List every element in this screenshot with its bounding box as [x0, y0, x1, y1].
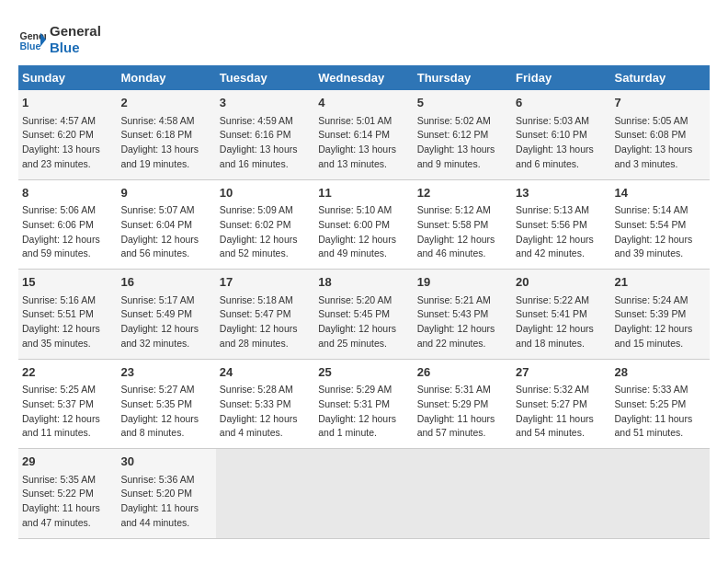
day-info-line: Daylight: 12 hours — [22, 322, 113, 337]
day-info-line: Sunset: 5:45 PM — [318, 307, 409, 322]
calendar-day-17: 17Sunrise: 5:18 AMSunset: 5:47 PMDayligh… — [216, 270, 314, 360]
calendar-day-28: 28Sunrise: 5:33 AMSunset: 5:25 PMDayligh… — [611, 359, 710, 449]
day-info-line: Sunset: 6:20 PM — [22, 128, 113, 143]
svg-text:Blue: Blue — [20, 40, 41, 52]
day-info-line: and 8 minutes. — [120, 426, 211, 441]
calendar-day-3: 3Sunrise: 4:59 AMSunset: 6:16 PMDaylight… — [216, 90, 314, 179]
day-info-line: Sunrise: 5:21 AM — [417, 293, 508, 308]
calendar-header-row: SundayMondayTuesdayWednesdayThursdayFrid… — [18, 65, 710, 90]
calendar-day-21: 21Sunrise: 5:24 AMSunset: 5:39 PMDayligh… — [611, 270, 710, 360]
day-info-line: Sunrise: 5:06 AM — [22, 203, 113, 218]
day-info-line: Daylight: 12 hours — [220, 233, 311, 247]
day-info-line: and 9 minutes. — [417, 157, 508, 172]
day-info-line: Daylight: 12 hours — [417, 233, 508, 247]
calendar-day-27: 27Sunrise: 5:32 AMSunset: 5:27 PMDayligh… — [512, 359, 610, 449]
day-number: 12 — [417, 184, 508, 202]
day-number: 7 — [615, 94, 706, 112]
calendar-week-1: 1Sunrise: 4:57 AMSunset: 6:20 PMDaylight… — [18, 90, 710, 179]
calendar-day-19: 19Sunrise: 5:21 AMSunset: 5:43 PMDayligh… — [414, 270, 512, 360]
day-info-line: Daylight: 11 hours — [615, 412, 706, 427]
day-info-line: Daylight: 13 hours — [220, 143, 311, 157]
day-info-line: Daylight: 13 hours — [318, 143, 409, 157]
day-info-line: Sunrise: 5:14 AM — [615, 203, 706, 218]
day-info-line: Sunrise: 5:35 AM — [22, 473, 113, 488]
day-info-line: Daylight: 12 hours — [318, 412, 409, 427]
day-info-line: Daylight: 13 hours — [516, 143, 607, 157]
day-number: 4 — [318, 94, 409, 112]
day-number: 26 — [417, 363, 508, 382]
day-info-line: and 13 minutes. — [318, 157, 409, 172]
day-info-line: and 44 minutes. — [120, 516, 211, 531]
day-number: 6 — [516, 94, 607, 112]
day-info-line: and 42 minutes. — [516, 247, 607, 261]
day-info-line: Sunrise: 5:22 AM — [516, 293, 607, 308]
day-info-line: Daylight: 13 hours — [120, 143, 211, 157]
day-info-line: and 3 minutes. — [615, 157, 706, 172]
day-info-line: Sunrise: 5:36 AM — [120, 473, 211, 488]
day-info-line: and 1 minute. — [318, 426, 409, 441]
calendar-day-4: 4Sunrise: 5:01 AMSunset: 6:14 PMDaylight… — [314, 90, 413, 179]
day-number: 5 — [417, 94, 508, 112]
logo-icon: General Blue — [18, 26, 46, 53]
day-info-line: Sunset: 5:49 PM — [120, 307, 211, 322]
day-info-line: Sunrise: 5:32 AM — [516, 383, 607, 397]
logo: General Blue General Blue — [18, 23, 101, 56]
day-info-line: Sunset: 5:43 PM — [417, 307, 508, 322]
day-info-line: Sunset: 6:08 PM — [615, 128, 706, 143]
day-number: 25 — [318, 363, 409, 382]
calendar-day-14: 14Sunrise: 5:14 AMSunset: 5:54 PMDayligh… — [611, 179, 710, 270]
day-number: 19 — [417, 273, 508, 292]
day-number: 28 — [615, 363, 706, 382]
day-number: 24 — [220, 363, 311, 382]
day-info-line: Sunset: 5:25 PM — [615, 397, 706, 412]
day-number: 10 — [220, 184, 311, 202]
day-info-line: Sunrise: 5:02 AM — [417, 114, 508, 129]
calendar-day-23: 23Sunrise: 5:27 AMSunset: 5:35 PMDayligh… — [117, 359, 215, 449]
day-number: 8 — [22, 184, 113, 202]
calendar-day-16: 16Sunrise: 5:17 AMSunset: 5:49 PMDayligh… — [117, 270, 215, 360]
day-info-line: Sunset: 5:51 PM — [22, 307, 113, 322]
header-tuesday: Tuesday — [216, 65, 314, 90]
day-info-line: Sunrise: 5:07 AM — [120, 203, 211, 218]
day-info-line: Sunrise: 5:29 AM — [318, 383, 409, 397]
day-number: 21 — [615, 273, 706, 292]
day-info-line: Daylight: 13 hours — [417, 143, 508, 157]
header: General Blue General Blue — [18, 18, 710, 56]
day-info-line: Sunrise: 5:25 AM — [22, 383, 113, 397]
day-info-line: Daylight: 12 hours — [120, 322, 211, 337]
day-info-line: and 56 minutes. — [120, 247, 211, 261]
day-info-line: Sunrise: 5:28 AM — [220, 383, 311, 397]
empty-cell — [414, 449, 512, 539]
header-thursday: Thursday — [414, 65, 512, 90]
day-info-line: Daylight: 11 hours — [22, 501, 113, 516]
day-info-line: Daylight: 12 hours — [220, 322, 311, 337]
day-number: 18 — [318, 273, 409, 292]
day-number: 20 — [516, 273, 607, 292]
day-info-line: Sunset: 5:20 PM — [120, 487, 211, 501]
day-info-line: Sunset: 6:04 PM — [120, 218, 211, 233]
day-info-line: Daylight: 12 hours — [220, 412, 311, 427]
calendar-day-11: 11Sunrise: 5:10 AMSunset: 6:00 PMDayligh… — [314, 179, 413, 270]
day-info-line: Sunrise: 5:05 AM — [615, 114, 706, 129]
day-info-line: Daylight: 12 hours — [615, 322, 706, 337]
day-info-line: Sunset: 5:56 PM — [516, 218, 607, 233]
day-info-line: Sunrise: 5:09 AM — [220, 203, 311, 218]
day-info-line: and 49 minutes. — [318, 247, 409, 261]
day-info-line: Sunset: 5:31 PM — [318, 397, 409, 412]
header-wednesday: Wednesday — [314, 65, 413, 90]
day-info-line: Daylight: 12 hours — [417, 322, 508, 337]
day-info-line: Sunset: 6:12 PM — [417, 128, 508, 143]
calendar-day-13: 13Sunrise: 5:13 AMSunset: 5:56 PMDayligh… — [512, 179, 610, 270]
empty-cell — [314, 449, 413, 539]
calendar-day-30: 30Sunrise: 5:36 AMSunset: 5:20 PMDayligh… — [117, 449, 215, 539]
day-info-line: Daylight: 12 hours — [516, 233, 607, 247]
day-info-line: Sunset: 5:29 PM — [417, 397, 508, 412]
day-info-line: Sunrise: 4:58 AM — [120, 114, 211, 129]
day-info-line: Sunrise: 5:24 AM — [615, 293, 706, 308]
day-info-line: Sunset: 5:58 PM — [417, 218, 508, 233]
calendar-day-2: 2Sunrise: 4:58 AMSunset: 6:18 PMDaylight… — [117, 90, 215, 179]
day-info-line: Daylight: 12 hours — [516, 322, 607, 337]
day-info-line: and 19 minutes. — [120, 157, 211, 172]
day-info-line: Daylight: 11 hours — [120, 501, 211, 516]
day-info-line: Sunset: 6:18 PM — [120, 128, 211, 143]
